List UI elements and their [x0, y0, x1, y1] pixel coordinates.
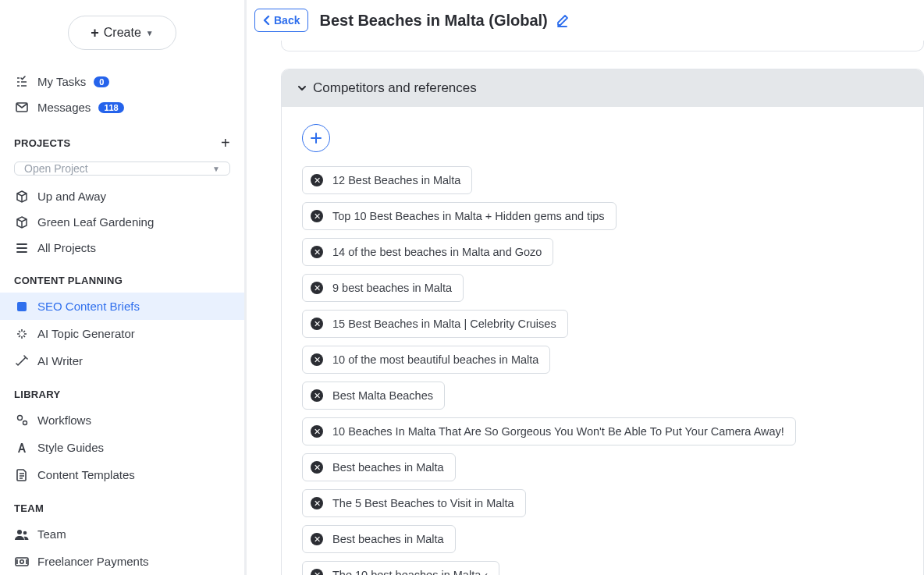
- nav-item-label: Content Templates: [37, 468, 135, 481]
- sidebar-messages[interactable]: Messages 118: [14, 94, 230, 120]
- competitor-pill[interactable]: ✕The 5 Best Beaches to Visit in Malta: [302, 489, 526, 517]
- remove-competitor-button[interactable]: ✕: [311, 425, 323, 438]
- cube-icon: [14, 216, 30, 229]
- competitor-label: Best beaches in Malta: [332, 461, 444, 474]
- chevron-down-icon: [297, 83, 307, 93]
- svg-point-2: [17, 416, 22, 421]
- sidebar-my-tasks-label: My Tasks: [37, 75, 86, 88]
- competitor-pill[interactable]: ✕10 Beaches In Malta That Are So Gorgeou…: [302, 417, 796, 445]
- projects-heading-label: PROJECTS: [14, 137, 70, 149]
- back-button-label: Back: [274, 14, 300, 27]
- nav-seo-content-briefs[interactable]: SEO Content Briefs: [0, 293, 244, 320]
- nav-item-label: AI Topic Generator: [37, 327, 135, 340]
- remove-competitor-button[interactable]: ✕: [311, 497, 323, 509]
- competitor-pill[interactable]: ✕12 Best Beaches in Malta: [302, 166, 472, 194]
- page-title-text: Best Beaches in Malta (Global): [319, 12, 547, 30]
- remove-competitor-button[interactable]: ✕: [311, 174, 323, 186]
- content-scroll[interactable]: Competitors and references ✕12 Best Beac…: [247, 41, 924, 575]
- svg-point-5: [23, 531, 27, 534]
- project-item-label: Up and Away: [37, 190, 106, 203]
- remove-competitor-button[interactable]: ✕: [311, 246, 323, 258]
- tasks-icon: [14, 76, 30, 88]
- competitor-label: 9 best beaches in Malta: [332, 282, 452, 294]
- nav-ai-writer[interactable]: AI Writer: [0, 347, 244, 374]
- competitor-pill[interactable]: ✕Best Malta Beaches: [302, 382, 445, 410]
- nav-item-label: AI Writer: [37, 354, 83, 367]
- competitor-pill[interactable]: ✕Best beaches in Malta: [302, 453, 456, 481]
- project-item[interactable]: Green Leaf Gardening: [0, 209, 244, 235]
- nav-freelancer-payments[interactable]: Freelancer Payments: [0, 548, 244, 575]
- nav-item-label: SEO Content Briefs: [37, 300, 140, 313]
- competitor-label: The 5 Best Beaches to Visit in Malta: [332, 497, 514, 509]
- remove-competitor-button[interactable]: ✕: [311, 533, 323, 545]
- library-heading: LIBRARY: [0, 374, 244, 406]
- wand-icon: [14, 355, 30, 367]
- gears-icon: [14, 414, 30, 427]
- nav-item-label: Freelancer Payments: [37, 555, 149, 568]
- caret-down-icon: ▼: [146, 29, 154, 37]
- competitor-pill[interactable]: ✕14 of the best beaches in Malta and Goz…: [302, 238, 553, 266]
- competitor-pill[interactable]: ✕15 Best Beaches in Malta | Celebrity Cr…: [302, 310, 568, 338]
- competitor-pill[interactable]: ✕Best beaches in Malta: [302, 525, 456, 553]
- create-button-label: Create: [104, 26, 141, 40]
- team-heading-label: TEAM: [14, 502, 44, 514]
- remove-competitor-button[interactable]: ✕: [311, 210, 323, 222]
- competitor-label: 10 of the most beautiful beaches in Malt…: [332, 353, 538, 366]
- nav-workflows[interactable]: Workflows: [0, 406, 244, 434]
- competitor-pill[interactable]: ✕The 10 best beaches in Malta ‹: [302, 561, 499, 575]
- remove-competitor-button[interactable]: ✕: [311, 318, 323, 330]
- main: Back Best Beaches in Malta (Global) Comp…: [247, 0, 924, 575]
- sidebar-messages-label: Messages: [37, 101, 91, 114]
- sidebar: + Create ▼ My Tasks 0 Messages 118 PROJE…: [0, 0, 247, 575]
- projects-heading: PROJECTS +: [0, 120, 244, 158]
- envelope-icon: [14, 102, 30, 113]
- my-tasks-badge: 0: [94, 76, 109, 87]
- competitor-pill[interactable]: ✕Top 10 Best Beaches in Malta + Hidden g…: [302, 202, 617, 230]
- competitor-label: Best beaches in Malta: [332, 533, 444, 545]
- chevron-left-icon: [263, 16, 271, 25]
- library-heading-label: LIBRARY: [14, 389, 60, 400]
- content-planning-heading: CONTENT PLANNING: [0, 261, 244, 293]
- nav-content-templates[interactable]: Content Templates: [0, 461, 244, 488]
- competitors-section-body: ✕12 Best Beaches in Malta✕Top 10 Best Be…: [282, 107, 923, 575]
- create-button[interactable]: + Create ▼: [68, 16, 176, 50]
- project-item-all[interactable]: All Projects: [0, 235, 244, 261]
- sidebar-my-tasks[interactable]: My Tasks 0: [14, 69, 230, 94]
- remove-competitor-button[interactable]: ✕: [311, 569, 323, 575]
- nav-style-guides[interactable]: Style Guides: [0, 434, 244, 461]
- nav-item-label: Team: [37, 527, 66, 541]
- competitor-label: 15 Best Beaches in Malta | Celebrity Cru…: [332, 318, 556, 330]
- open-project-dropdown[interactable]: Open Project ▼: [14, 161, 230, 176]
- nav-team[interactable]: Team: [0, 520, 244, 548]
- competitor-pill[interactable]: ✕10 of the most beautiful beaches in Mal…: [302, 346, 550, 374]
- svg-point-4: [17, 530, 22, 534]
- project-item-label: Green Leaf Gardening: [37, 215, 154, 229]
- add-project-button[interactable]: +: [221, 134, 230, 152]
- cube-icon: [14, 190, 30, 203]
- competitors-section-title: Competitors and references: [313, 80, 477, 96]
- nav-ai-topic-generator[interactable]: AI Topic Generator: [0, 320, 244, 347]
- page-header: Back Best Beaches in Malta (Global): [247, 0, 924, 41]
- content-planning-heading-label: CONTENT PLANNING: [14, 275, 123, 286]
- remove-competitor-button[interactable]: ✕: [311, 353, 323, 366]
- edit-title-button[interactable]: [556, 14, 569, 27]
- competitor-label: 14 of the best beaches in Malta and Gozo: [332, 246, 542, 258]
- remove-competitor-button[interactable]: ✕: [311, 282, 323, 294]
- remove-competitor-button[interactable]: ✕: [311, 389, 323, 402]
- nav-item-label: Style Guides: [37, 441, 104, 454]
- caret-down-icon: ▼: [212, 165, 220, 173]
- previous-section-edge: [281, 41, 924, 51]
- competitor-pill[interactable]: ✕9 best beaches in Malta: [302, 274, 464, 302]
- page-title: Best Beaches in Malta (Global): [319, 12, 568, 30]
- remove-competitor-button[interactable]: ✕: [311, 461, 323, 474]
- briefs-icon: [14, 300, 30, 313]
- back-button[interactable]: Back: [254, 9, 308, 32]
- competitor-label: Best Malta Beaches: [332, 389, 433, 402]
- add-competitor-button[interactable]: [302, 124, 330, 152]
- competitors-section-header[interactable]: Competitors and references: [282, 69, 923, 107]
- svg-point-7: [20, 559, 23, 563]
- font-icon: [14, 442, 30, 454]
- project-item[interactable]: Up and Away: [0, 183, 244, 209]
- plus-icon: +: [91, 26, 99, 40]
- app-root: + Create ▼ My Tasks 0 Messages 118 PROJE…: [0, 0, 924, 575]
